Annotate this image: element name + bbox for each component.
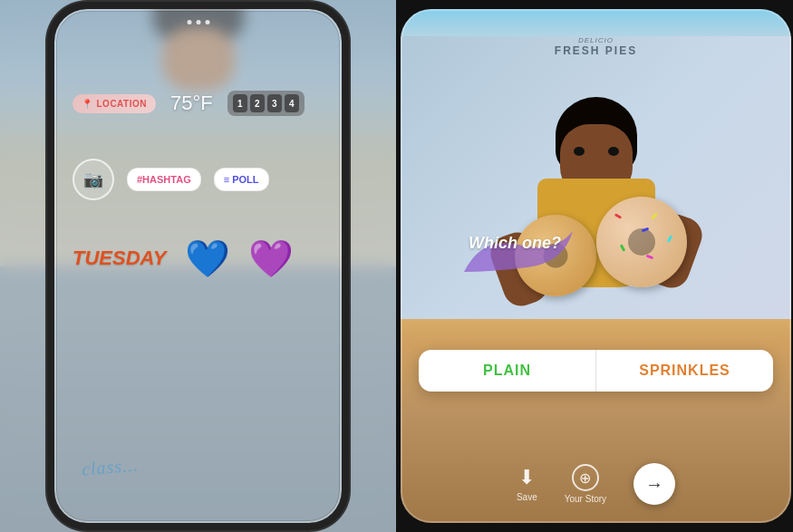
poll-option-sprinkles[interactable]: SPRINKLES (596, 350, 773, 392)
location-label: LOCATION (97, 99, 147, 109)
sticker-row-3: TUESDAY 💙 💜 (73, 240, 324, 276)
sticker-row-1: 📍 LOCATION 75°F 1 2 3 4 (73, 91, 324, 116)
poll-question: Which one? (469, 234, 561, 253)
temperature-sticker[interactable]: 75°F (170, 92, 213, 115)
camera-icon: 📷 (83, 169, 103, 189)
sticker-row-2: 📷 #HASHTAG ≡ POLL (73, 159, 324, 200)
sprinkle-1 (614, 213, 621, 219)
countdown-seg-1: 1 (233, 94, 247, 112)
store-sign-line1: DELICIO (555, 36, 637, 44)
left-phone: 📍 LOCATION 75°F 1 2 3 4 📷 #HASHTAG ≡ POL… (0, 0, 396, 532)
sprinkle-3 (619, 244, 625, 251)
bottom-toolbar: ⬇ Save ⊕ Your Story → (401, 463, 791, 505)
save-label: Save (517, 492, 537, 502)
sprinkle-6 (666, 235, 672, 242)
store-sign-line2: FRESH PIES (555, 44, 637, 57)
poll-sticker[interactable]: ≡ POLL (214, 168, 269, 191)
save-icon: ⬇ (518, 466, 535, 489)
brush-stroke (455, 218, 582, 290)
your-story-icon: ⊕ (572, 464, 599, 491)
save-button[interactable]: ⬇ Save (517, 466, 537, 502)
heart-blue[interactable]: 💙 (185, 240, 230, 276)
app-container: 📍 LOCATION 75°F 1 2 3 4 📷 #HASHTAG ≡ POL… (0, 0, 793, 532)
donut-sprinkles (596, 197, 687, 287)
day-sticker[interactable]: TUESDAY (73, 247, 167, 270)
hashtag-sticker[interactable]: #HASHTAG (127, 168, 201, 191)
poll-container: PLAIN SPRINKLES (419, 350, 773, 392)
store-sign: DELICIO FRESH PIES (555, 36, 637, 57)
dot-2 (196, 20, 200, 24)
dot-3 (205, 20, 209, 24)
brush-svg (455, 218, 582, 290)
poll-option-plain[interactable]: PLAIN (419, 350, 596, 392)
your-story-button[interactable]: ⊕ Your Story (565, 464, 606, 504)
status-dots (187, 20, 209, 24)
pin-icon: 📍 (82, 99, 93, 109)
heart-purple[interactable]: 💜 (248, 240, 294, 276)
your-story-label: Your Story (565, 494, 606, 504)
donut-hole-right (628, 228, 655, 256)
next-button[interactable]: → (633, 463, 675, 505)
right-phone: DELICIO FRESH PIES (399, 0, 793, 532)
next-arrow-icon: → (645, 474, 663, 495)
countdown-seg-4: 4 (285, 94, 299, 112)
countdown-sticker[interactable]: 1 2 3 4 (227, 91, 305, 116)
sprinkle-5 (645, 255, 653, 260)
sprinkle-4 (651, 213, 658, 220)
right-photo-bg: DELICIO FRESH PIES (401, 9, 791, 523)
camera-button[interactable]: 📷 (73, 159, 114, 200)
right-phone-content: DELICIO FRESH PIES (401, 9, 791, 523)
dot-1 (187, 20, 191, 24)
countdown-seg-3: 3 (267, 94, 282, 112)
countdown-seg-2: 2 (250, 94, 265, 112)
donut-sprinkle-circle (596, 197, 687, 287)
location-sticker[interactable]: 📍 LOCATION (73, 94, 156, 113)
